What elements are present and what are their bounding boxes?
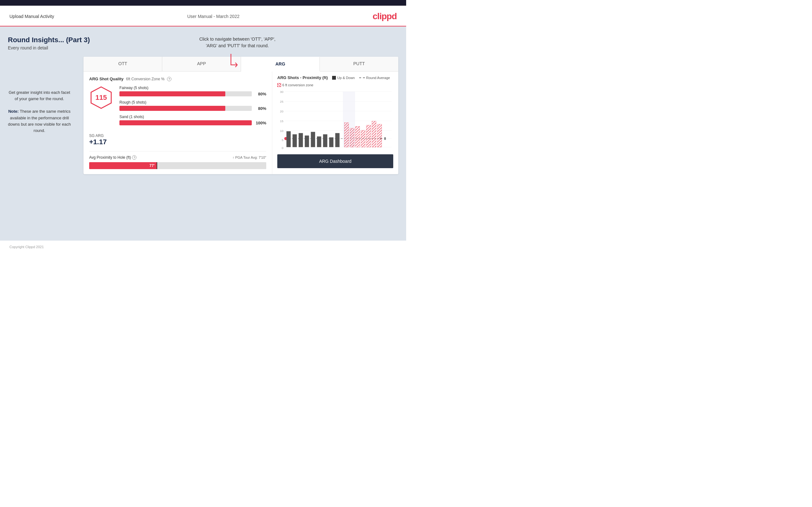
shot-quality-header: ARG Shot Quality 6ft Conversion Zone % ? <box>89 76 266 81</box>
cursor-marker <box>157 162 157 169</box>
clippd-logo: clippd <box>373 11 397 21</box>
legend-updown: Up & Down <box>332 76 355 80</box>
card-left-panel: ARG Shot Quality 6ft Conversion Zone % ?… <box>84 71 272 174</box>
bar-pct-fairway: 80% <box>254 92 266 96</box>
tabs-bar: OTT APP ARG PUTT <box>84 57 398 71</box>
sg-label: SG ARG <box>89 133 266 138</box>
navigate-hint-line1: Click to navigate between 'OTT', 'APP', <box>199 36 275 43</box>
legend-conversion: 6 ft conversion zone <box>277 83 393 87</box>
svg-rect-31 <box>350 128 354 147</box>
shot-row-sand: Sand (1 shots) 100% <box>119 115 266 125</box>
proximity-bar-track: 77' <box>89 162 266 169</box>
tab-putt[interactable]: PUTT <box>320 57 398 71</box>
shot-label-fairway: Fairway (5 shots) <box>119 86 266 90</box>
svg-rect-36 <box>377 124 382 148</box>
shot-label-sand: Sand (1 shots) <box>119 115 266 119</box>
navigate-hint-line2: 'ARG' and 'PUTT' for that round. <box>199 43 275 49</box>
hex-badge: 115 <box>89 86 113 110</box>
card-right-panel: ARG Shots - Proximity (ft) Up & Down Rou… <box>272 71 398 174</box>
bar-fill-sand <box>119 120 252 125</box>
svg-rect-30 <box>344 123 349 147</box>
proximity-bar-fill: 77' <box>89 162 157 169</box>
legend-conversion-row: 6 ft conversion zone <box>277 83 393 87</box>
legend-updown-box <box>332 76 336 80</box>
proximity-section: Avg Proximity to Hole (ft) ? ↑ PGA Tour … <box>89 151 266 169</box>
proximity-info-icon[interactable]: ? <box>132 155 137 160</box>
proximity-label: Avg Proximity to Hole (ft) ? <box>89 155 137 160</box>
bar-track-rough <box>119 106 252 111</box>
svg-text:10: 10 <box>280 129 284 132</box>
bar-fill-rough <box>119 106 225 111</box>
shot-row-fairway: Fairway (5 shots) 80% <box>119 86 266 96</box>
chart-svg: 30 25 20 15 10 5 0 <box>277 88 393 151</box>
svg-text:30: 30 <box>280 90 284 94</box>
svg-rect-19 <box>287 131 291 147</box>
shot-quality-label: ARG Shot Quality <box>89 76 123 81</box>
svg-rect-25 <box>323 134 327 147</box>
sg-value: +1.17 <box>89 138 266 146</box>
tab-ott[interactable]: OTT <box>84 57 162 71</box>
header: Upload Manual Activity User Manual - Mar… <box>0 6 406 26</box>
tab-arg[interactable]: ARG <box>241 57 320 71</box>
bar-pct-rough: 80% <box>254 106 266 111</box>
svg-rect-24 <box>317 136 321 147</box>
svg-text:0: 0 <box>282 146 283 150</box>
svg-rect-26 <box>329 137 334 147</box>
bar-track-sand <box>119 120 252 125</box>
chart-area: 30 25 20 15 10 5 0 <box>277 88 393 151</box>
insights-card: OTT APP ARG PUTT ARG Shot Quality 6ft Co… <box>84 57 398 174</box>
card-body: ARG Shot Quality 6ft Conversion Zone % ?… <box>84 71 398 174</box>
svg-rect-34 <box>366 125 371 147</box>
svg-rect-32 <box>355 126 360 147</box>
svg-rect-27 <box>335 133 340 148</box>
left-text-note: Note: <box>8 109 18 114</box>
hex-value: 115 <box>96 94 107 102</box>
right-panel-header: ARG Shots - Proximity (ft) Up & Down Rou… <box>277 75 393 80</box>
svg-text:25: 25 <box>280 100 284 103</box>
footer: Copyright Clippd 2021 <box>0 240 406 253</box>
left-description: Get greater insight into each facet of y… <box>8 90 71 134</box>
svg-rect-33 <box>361 130 365 147</box>
shot-quality-bars: Fairway (5 shots) 80% Rough (5 shots) <box>119 86 266 129</box>
top-bar <box>0 0 406 6</box>
bar-fill-fairway <box>119 91 225 96</box>
shot-row-rough: Rough (5 shots) 80% <box>119 100 266 111</box>
svg-text:8: 8 <box>384 137 386 140</box>
svg-rect-35 <box>372 121 376 147</box>
right-panel-title: ARG Shots - Proximity (ft) <box>277 75 328 80</box>
svg-text:15: 15 <box>280 119 284 123</box>
svg-text:5: 5 <box>282 138 283 142</box>
copyright-text: Copyright Clippd 2021 <box>9 245 44 249</box>
legend-round-avg: Round Average <box>359 76 390 80</box>
svg-rect-23 <box>311 132 315 147</box>
shot-label-rough: Rough (5 shots) <box>119 100 266 105</box>
main-content: Round Insights... (Part 3) Every round i… <box>0 26 406 240</box>
svg-rect-20 <box>292 134 297 147</box>
svg-text:20: 20 <box>280 110 284 113</box>
bar-track-fairway <box>119 91 252 96</box>
proximity-header: Avg Proximity to Hole (ft) ? ↑ PGA Tour … <box>89 155 266 160</box>
sg-area: SG ARG +1.17 <box>89 133 266 146</box>
upload-manual-label: Upload Manual Activity <box>9 14 54 19</box>
info-icon[interactable]: ? <box>167 77 171 81</box>
bar-pct-sand: 100% <box>254 121 266 125</box>
user-manual-date: User Manual - March 2022 <box>187 14 240 19</box>
arg-dashboard-button[interactable]: ARG Dashboard <box>277 154 393 168</box>
legend-dash-icon <box>359 77 365 78</box>
svg-rect-21 <box>299 133 303 148</box>
pga-avg: ↑ PGA Tour Avg: 7'10" <box>233 156 266 159</box>
legend-hatch-icon <box>277 83 281 87</box>
hex-area: 115 Fairway (5 shots) 80% <box>89 86 266 129</box>
left-text-part1: Get greater insight into each facet of y… <box>8 90 70 101</box>
svg-rect-22 <box>305 135 309 147</box>
conversion-label: 6ft Conversion Zone % <box>126 77 164 81</box>
proximity-value: 77' <box>149 163 154 168</box>
